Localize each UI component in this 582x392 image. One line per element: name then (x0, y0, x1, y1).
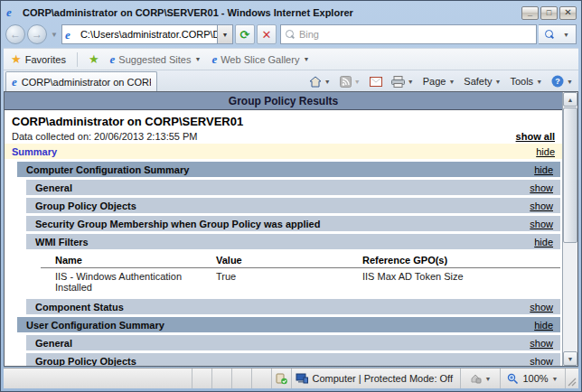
section-toggle-link[interactable]: show (530, 201, 553, 211)
close-button[interactable]: ✕ (559, 6, 577, 20)
section-row-general-user: General show (26, 335, 560, 350)
svg-text:?: ? (555, 77, 560, 86)
section-row-wmi-filters: WMI Filters hide (26, 234, 560, 249)
section-label: Group Policy Objects (35, 201, 136, 211)
show-all-link[interactable]: show all (516, 131, 555, 142)
security-report-cell[interactable] (272, 369, 292, 388)
tab-bar: e CORP\administrator on CORP\SERVER01 ▼ … (4, 70, 578, 91)
chevron-down-icon: ▼ (354, 79, 361, 85)
help-button[interactable]: ? ▼ (549, 74, 575, 89)
search-box[interactable]: Bing (280, 24, 537, 44)
status-cell (232, 369, 252, 388)
scroll-down-button[interactable]: ▼ (563, 351, 577, 366)
minimize-button[interactable]: _ (521, 6, 539, 20)
web-slice-gallery-icon: e (211, 53, 217, 65)
summary-section-row: Summary hide (5, 144, 562, 159)
search-button[interactable]: ▼ (539, 24, 577, 44)
resize-grip[interactable] (566, 369, 578, 388)
address-bar[interactable]: e C:\Users\administrator.CORP\Desktop\gp… (61, 24, 233, 44)
wmi-filters-table: Name Value Reference GPO(s) IIS - Window… (41, 252, 560, 296)
address-dropdown[interactable]: ▼ (217, 25, 232, 43)
search-go-icon (545, 30, 554, 39)
collected-on-text: Data collected on: 20/06/2013 2:13:55 PM (12, 131, 197, 142)
wmi-filter-name: IIS - Windows Authentication Installed (55, 271, 216, 293)
chevron-down-icon: ▼ (485, 376, 492, 382)
tab-favicon: e (12, 76, 17, 88)
maximize-button[interactable]: □ (540, 6, 558, 20)
history-dropdown[interactable]: ▼ (49, 31, 60, 39)
section-label: Group Policy Objects (35, 356, 136, 367)
chevron-down-icon: ▼ (408, 79, 414, 85)
safety-menu-button[interactable]: Safety ▼ (462, 75, 502, 88)
stop-button[interactable]: ✕ (257, 24, 277, 44)
page-favicon: e (65, 29, 77, 41)
section-toggle-link[interactable]: show (530, 182, 553, 193)
section-toggle-link[interactable]: show (530, 219, 553, 229)
vertical-scrollbar[interactable]: ▲ ▼ (562, 92, 577, 366)
feeds-button[interactable]: ▼ (338, 75, 362, 89)
wmi-table-header: Name Value Reference GPO(s) (41, 252, 560, 268)
zoom-control[interactable]: 100% ▼ (501, 369, 566, 388)
section-toggle-link[interactable]: hide (534, 237, 553, 247)
chevron-down-icon: ▼ (303, 56, 309, 62)
tab-title: CORP\administrator on CORP\SERVER01 (22, 77, 151, 88)
new-tab-area[interactable] (157, 71, 199, 91)
section-toggle-link[interactable]: hide (534, 320, 553, 331)
section-toggle-link[interactable]: hide (534, 164, 553, 175)
section-label: Security Group Membership when Group Pol… (35, 219, 320, 229)
scrollbar-thumb[interactable] (563, 107, 577, 243)
ie-logo-icon: e (6, 6, 19, 19)
section-toggle-link[interactable]: show (530, 356, 553, 367)
command-bar: ▼ ▼ ▼ Page ▼ Safety ▼ Tools (307, 71, 577, 91)
grip-icon (568, 378, 577, 387)
search-options-dropdown[interactable]: ▼ (563, 32, 569, 38)
forward-button[interactable]: → (27, 24, 47, 44)
section-row-computer-configuration: Computer Configuration Summary hide (17, 162, 560, 177)
rss-icon (340, 76, 352, 88)
search-input[interactable]: Bing (299, 29, 319, 40)
chevron-down-icon: ▼ (448, 79, 455, 85)
scrollbar-track[interactable] (563, 243, 577, 351)
section-toggle-link[interactable]: show (530, 302, 553, 313)
wmi-filter-reference-gpo: IIS Max AD Token Size (362, 271, 560, 293)
section-label: General (35, 338, 72, 349)
inprivate-filter-cell[interactable]: ▼ (461, 369, 501, 388)
chevron-down-icon: ▼ (567, 79, 573, 85)
computer-icon (296, 373, 308, 384)
section-row-user-configuration: User Configuration Summary hide (17, 317, 560, 332)
read-mail-button[interactable] (368, 76, 384, 88)
page-viewport: Group Policy Results CORP\administrator … (4, 91, 578, 367)
address-input[interactable]: C:\Users\administrator.CORP\Desktop\gp.h… (80, 29, 217, 40)
user-check-icon (276, 373, 287, 385)
table-row: IIS - Windows Authentication Installed T… (41, 268, 560, 296)
status-cell (212, 369, 232, 388)
back-button[interactable]: ← (5, 24, 25, 44)
section-row-group-policy-objects: Group Policy Objects show (26, 198, 560, 213)
report-banner: Group Policy Results (5, 92, 562, 110)
add-to-favorites-bar-button[interactable]: ★ (85, 51, 103, 67)
home-button[interactable]: ▼ (307, 75, 333, 89)
safety-menu-label: Safety (464, 76, 492, 87)
refresh-button[interactable]: ⟳ (235, 24, 255, 44)
tools-menu-label: Tools (510, 76, 533, 87)
section-row-group-policy-objects-user: Group Policy Objects show (26, 353, 560, 366)
add-favorite-icon: ★ (89, 53, 99, 65)
section-label: Computer Configuration Summary (26, 164, 189, 175)
security-zone-cell[interactable]: Computer | Protected Mode: Off (292, 369, 461, 388)
section-toggle-link[interactable]: show (530, 338, 553, 349)
tab-active[interactable]: e CORP\administrator on CORP\SERVER01 (5, 71, 157, 91)
summary-toggle-link[interactable]: hide (536, 146, 555, 157)
tools-menu-button[interactable]: Tools ▼ (508, 75, 544, 88)
suggested-sites-label: Suggested Sites (118, 54, 191, 65)
section-row-component-status: Component Status show (26, 299, 560, 314)
scroll-up-button[interactable]: ▲ (563, 92, 577, 107)
zone-text: Computer | Protected Mode: Off (312, 373, 453, 384)
print-button[interactable]: ▼ (390, 75, 416, 89)
favorites-button[interactable]: ★ Favorites (7, 51, 70, 67)
chevron-down-icon: ▼ (324, 79, 331, 85)
suggested-sites-button[interactable]: e Suggested Sites ▼ (107, 51, 205, 67)
web-slice-gallery-button[interactable]: e Web Slice Gallery ▼ (208, 51, 313, 67)
status-bar: Computer | Protected Mode: Off ▼ 100% ▼ (4, 368, 578, 388)
zoom-icon (507, 373, 519, 385)
page-menu-button[interactable]: Page ▼ (421, 75, 457, 88)
